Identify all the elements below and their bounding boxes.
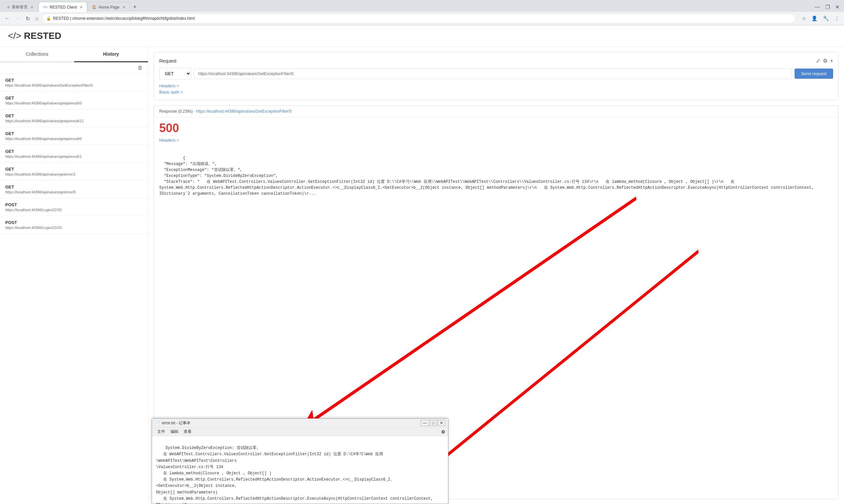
restore-button[interactable]: ❐	[823, 4, 832, 10]
notepad-gear-icon[interactable]: ⚙	[441, 429, 445, 434]
back-button[interactable]: ←	[3, 14, 12, 23]
close-button[interactable]: ✕	[833, 4, 841, 10]
profile-button[interactable]: 👤	[809, 14, 820, 23]
notepad-menubar: 文件 编辑 查看 ⚙	[152, 428, 448, 436]
headers-link[interactable]: Headers >	[159, 83, 833, 88]
notepad-title: error.txt - 记事本	[162, 420, 421, 426]
browser-chrome: ⊕ 新标签页 ✕ </> RESTED Client ✕ 🏠 Home Page…	[0, 0, 844, 25]
tab-close-2[interactable]: ✕	[80, 5, 83, 10]
notepad-menu-file[interactable]: 文件	[155, 428, 168, 435]
address-bar[interactable]: 🔒 RESTED | chrome-extension://eelcnbccac…	[42, 14, 796, 23]
tab-newtab[interactable]: ⊕ 新标签页 ✕	[3, 2, 38, 12]
method-select[interactable]: GET POST PUT DELETE	[159, 68, 191, 79]
history-url-7: https://localhost:44386/Login/22/33	[5, 208, 138, 212]
history-url-6: https://localhost:44386/api/values/geter…	[5, 190, 138, 194]
history-method-8: POST	[5, 220, 138, 225]
history-item[interactable]: GET https://localhost:44386/api/values/g…	[0, 145, 148, 163]
history-url-4: https://localhost:44386/api/values/getap…	[5, 155, 138, 159]
home-button[interactable]: ⌂	[33, 14, 40, 23]
tab-rested[interactable]: </> RESTED Client ✕	[38, 2, 87, 12]
request-links: Headers > Basic auth >	[159, 83, 833, 94]
url-input[interactable]	[194, 69, 792, 79]
tab-close-3[interactable]: ✕	[122, 5, 126, 10]
history-item[interactable]: POST https://localhost:44386/Login/22/33…	[0, 198, 148, 216]
response-header-url[interactable]: https://localhost:44386/api/values/GetEx…	[196, 109, 292, 114]
history-list: GET https://localhost:44386/api/values/G…	[0, 74, 148, 504]
request-panel-header: Request ⤢ ⚙ +	[159, 58, 833, 64]
history-item-content-8: POST https://localhost:44386/Login/22/33	[5, 220, 138, 230]
expand-button[interactable]: ⤢	[816, 58, 820, 64]
notepad-minimize-button[interactable]: —	[421, 420, 429, 426]
notepad-window[interactable]: 📄 error.txt - 记事本 — □ ✕ 文件 编辑 查看 ⚙ Syste…	[152, 418, 448, 504]
history-method-5: GET	[5, 167, 138, 172]
history-item[interactable]: GET https://localhost:44386/api/values/G…	[0, 74, 148, 92]
basic-auth-link[interactable]: Basic auth >	[159, 90, 833, 94]
address-text: RESTED | chrome-extension://eelcnbccacci…	[53, 16, 195, 21]
history-url-3: https://localhost:44386/api/values/getap…	[5, 137, 138, 141]
tab-title-1: 新标签页	[12, 4, 28, 10]
response-headers-link[interactable]: Headers >	[159, 138, 179, 143]
lock-icon: 🔒	[46, 16, 51, 21]
notepad-menu-view[interactable]: 查看	[181, 428, 194, 435]
response-header-text: Response (0.239s) -	[159, 109, 196, 114]
settings-button[interactable]: ⚙	[823, 58, 828, 64]
history-item-content-5: GET https://localhost:44386/api/values/g…	[5, 167, 138, 176]
response-body-text: { "Message": "出现错误。", "ExceptionMessage"…	[159, 156, 816, 196]
history-item[interactable]: GET https://localhost:44386/api/values/g…	[0, 163, 148, 181]
bookmark-button[interactable]: ☆	[800, 14, 808, 23]
history-item-content-0: GET https://localhost:44386/api/values/G…	[5, 78, 138, 87]
history-item-content-4: GET https://localhost:44386/api/values/g…	[5, 149, 138, 159]
history-item-content-7: POST https://localhost:44386/Login/22/33	[5, 202, 138, 212]
tab-favicon-1: ⊕	[7, 5, 10, 9]
request-panel-actions: ⤢ ⚙ +	[816, 58, 833, 64]
response-status-code: 500	[154, 117, 839, 138]
logo-bracket-open: </>	[8, 31, 21, 41]
notepad-controls: — □ ✕	[421, 420, 445, 426]
history-method-3: GET	[5, 131, 138, 136]
app-header: </> RESTED	[0, 25, 844, 47]
logo-text: RESTED	[24, 31, 61, 41]
notepad-close-button[interactable]: ✕	[437, 420, 445, 426]
history-method-1: GET	[5, 95, 138, 101]
nav-action-buttons: ☆ 👤 🔧 ⋮	[800, 14, 841, 23]
notepad-maximize-button[interactable]: □	[430, 420, 437, 426]
sidebar: Collections History 🗑 GET https://localh…	[0, 47, 148, 504]
history-item[interactable]: POST https://localhost:44386/Login/22/33…	[0, 216, 148, 234]
add-button[interactable]: +	[830, 58, 833, 64]
history-item[interactable]: GET https://localhost:44386/api/values/g…	[0, 127, 148, 145]
tab-title-3: Home Page	[99, 5, 119, 10]
history-method-2: GET	[5, 113, 138, 118]
history-method-4: GET	[5, 149, 138, 154]
send-request-button[interactable]: Send request	[795, 69, 833, 79]
tab-favicon-3: 🏠	[92, 5, 97, 9]
history-item-content-6: GET https://localhost:44386/api/values/g…	[5, 184, 138, 194]
history-url-0: https://localhost:44386/api/values/GetEx…	[5, 83, 138, 87]
forward-button[interactable]: →	[13, 14, 22, 23]
extensions-button[interactable]: 🔧	[821, 14, 831, 23]
notepad-menu-edit[interactable]: 编辑	[168, 428, 181, 435]
request-panel: Request ⤢ ⚙ + GET POST PUT DELETE	[154, 52, 839, 100]
more-button[interactable]: ⋮	[832, 14, 841, 23]
history-item-content-3: GET https://localhost:44386/api/values/g…	[5, 131, 138, 141]
history-item[interactable]: GET https://localhost:44386/api/values/g…	[0, 109, 148, 127]
history-url-1: https://localhost:44386/api/values/getap…	[5, 101, 138, 105]
history-method-7: POST	[5, 202, 138, 207]
sidebar-toolbar: 🗑	[0, 62, 148, 74]
history-item-content-2: GET https://localhost:44386/api/values/g…	[5, 113, 138, 123]
minimize-button[interactable]: —	[813, 4, 822, 10]
reload-button[interactable]: ↻	[24, 14, 32, 23]
history-item[interactable]: GET https://localhost:44386/api/values/g…	[0, 92, 148, 109]
history-url-8: https://localhost:44386/Login/22/33	[5, 226, 138, 230]
sidebar-tab-history[interactable]: History	[74, 47, 148, 62]
app-logo: </> RESTED	[8, 31, 836, 41]
sidebar-tabs: Collections History	[0, 47, 148, 62]
new-tab-button[interactable]: +	[131, 4, 139, 11]
sidebar-tab-collections[interactable]: Collections	[0, 47, 74, 62]
history-method-6: GET	[5, 184, 138, 190]
history-url-2: https://localhost:44386/api/values/getap…	[5, 119, 138, 123]
svg-line-1	[302, 198, 636, 428]
history-item[interactable]: GET https://localhost:44386/api/values/g…	[0, 181, 148, 198]
tab-close-1[interactable]: ✕	[30, 5, 34, 10]
tab-homepage[interactable]: 🏠 Home Page ✕	[88, 2, 130, 12]
clear-history-button[interactable]: 🗑	[137, 65, 143, 71]
